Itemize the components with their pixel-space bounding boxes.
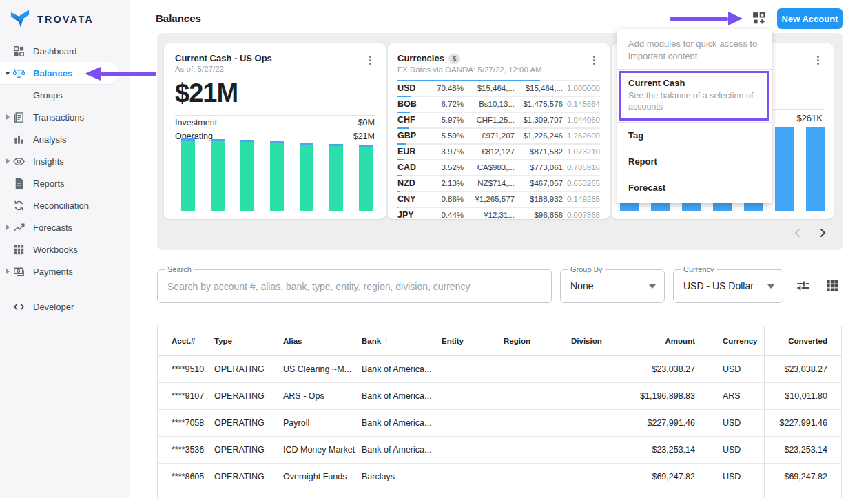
cell-converted: $10,011.80 [764, 383, 841, 409]
cell-entity [442, 490, 504, 498]
table-body: ****9510OPERATINGUS Clearing ~M...Bank o… [158, 356, 841, 498]
dashboard-customize-icon [751, 18, 767, 28]
column-label: Converted [788, 337, 827, 345]
carousel-next-button[interactable] [816, 227, 829, 240]
currency-share-fill [397, 127, 409, 129]
cell-alias [283, 490, 362, 498]
currency-code: BOB [397, 99, 425, 109]
sidebar-item-analysis[interactable]: Analysis [0, 128, 130, 150]
chart-bar [806, 127, 825, 211]
card-menu-kebab-icon[interactable] [365, 54, 375, 67]
table-row[interactable]: ****7058OPERATINGPayrollBank of America.… [158, 410, 841, 437]
cell-alias: US Clearing ~M... [283, 356, 362, 382]
column-header-entity[interactable]: Entity [442, 326, 504, 355]
add-modules-button[interactable] [750, 10, 767, 28]
cell-entity [442, 464, 504, 490]
module-item-report[interactable]: Report [617, 149, 772, 175]
table-row[interactable]: ****9107OPERATINGARS - OpsBank of Americ… [158, 383, 841, 410]
sidebar-item-reports[interactable]: Reports [0, 172, 130, 194]
sidebar-item-developer[interactable]: Developer [0, 295, 130, 318]
currency-share-track [397, 80, 600, 81]
card-title: Current Cash - US Ops [175, 53, 375, 63]
currency-percent: 3.52% [425, 163, 464, 172]
currency-share-track [397, 175, 600, 176]
table-row[interactable]: ****3536OPERATINGICD Money MarketBank of… [158, 437, 841, 464]
page-title: Balances [156, 12, 201, 24]
column-header-converted[interactable]: Converted [764, 326, 841, 355]
column-header-amount[interactable]: Amount [619, 326, 695, 355]
module-item-tag[interactable]: Tag [617, 123, 772, 149]
developer-icon [12, 300, 25, 313]
breakdown-label: Investment [175, 118, 217, 127]
sidebar-item-label: Reports [33, 178, 65, 189]
column-header-division[interactable]: Division [571, 326, 619, 355]
sidebar-item-payments[interactable]: Payments [0, 260, 130, 282]
currency-percent: 70.48% [425, 84, 464, 92]
cell-division [571, 383, 619, 409]
chart-bar [300, 143, 313, 211]
table-row[interactable]: ****9510OPERATINGUS Clearing ~M...Bank o… [158, 356, 841, 383]
workbooks-icon [12, 242, 25, 256]
filter-settings-button[interactable] [795, 278, 812, 294]
cell-type: OPERATING [214, 437, 283, 463]
currency-code: GBP [397, 131, 425, 141]
sidebar-item-groups[interactable]: Groups [0, 84, 130, 106]
module-item-forecast[interactable]: Forecast [617, 175, 772, 201]
column-header-type[interactable]: Type [214, 326, 283, 355]
trovata-logo-icon [10, 8, 30, 31]
column-header-bank[interactable]: Bank↑ [362, 326, 442, 355]
currency-native-amount: CHF1,25... [464, 116, 515, 124]
cell-division [571, 356, 619, 382]
balances-icon [12, 66, 25, 80]
currency-fx-rate: 1.044060 [563, 116, 600, 124]
cell-currency: USD [695, 356, 764, 382]
column-header-alias[interactable]: Alias [283, 326, 362, 355]
group-by-select[interactable]: Group By None [560, 269, 665, 303]
chevron-left-icon [792, 231, 804, 241]
currency-usd-amount: $96,856 [515, 211, 563, 219]
card-menu-kebab-icon[interactable] [813, 54, 823, 67]
sidebar-item-forecasts[interactable]: Forecasts [0, 216, 130, 238]
grid-view-button[interactable] [824, 278, 840, 294]
column-header-acct-[interactable]: Acct.# [172, 326, 214, 355]
arrow-head [85, 67, 101, 81]
cell-division [571, 437, 619, 463]
sidebar-item-dashboard[interactable]: Dashboard [0, 40, 130, 62]
new-account-button[interactable]: New Account [777, 8, 843, 29]
currency-percent: 2.13% [425, 179, 464, 187]
arrow-head [728, 12, 743, 25]
arrow-shaft [101, 72, 156, 76]
arrow-shaft [670, 17, 728, 21]
currency-usd-amount: $467,057 [515, 179, 563, 187]
column-label: Type [214, 337, 232, 345]
module-item-current-cash-highlighted[interactable]: Current CashSee the balance of a selecti… [619, 71, 769, 121]
column-header-currency[interactable]: Currency [695, 326, 764, 355]
sidebar-item-workbooks[interactable]: Workbooks [0, 238, 130, 260]
cash-bar-chart [181, 138, 373, 211]
brand-logo[interactable]: TROVATA [0, 0, 130, 30]
cell-acct [172, 490, 214, 498]
currency-usd-amount: $1,309,707 [515, 116, 563, 124]
currency-fx-rate: 1.073210 [563, 147, 600, 156]
sidebar-item-insights[interactable]: Insights [0, 150, 130, 172]
carousel-prev-button[interactable] [791, 227, 805, 240]
app-root: TROVATA DashboardBalancesGroupsTransacti… [0, 0, 868, 498]
column-header-region[interactable]: Region [504, 326, 571, 355]
group-by-value: None [570, 280, 593, 291]
cell-region [504, 490, 571, 498]
currency-row-nzd: NZD2.13%NZ$714,...$467,0570.653265 [397, 175, 600, 191]
sidebar-item-transactions[interactable]: Transactions [0, 106, 130, 128]
sidebar-item-reconciliation[interactable]: Reconciliation [0, 194, 130, 216]
currency-native-amount: $15,464,... [464, 84, 515, 92]
search-input[interactable] [158, 270, 551, 302]
brand-name: TROVATA [37, 14, 94, 25]
table-row[interactable]: ****8605OPERATINGOvernight FundsBarclays… [158, 464, 841, 490]
currency-select[interactable]: Currency USD - US Dollar [673, 269, 783, 303]
card-menu-kebab-icon[interactable] [589, 54, 599, 67]
currency-fx-rate: 0.149285 [563, 195, 600, 203]
cell-amount [619, 490, 695, 498]
cell-currency: USD [695, 464, 764, 490]
cell-entity [442, 383, 504, 409]
cell-acct: ****8605 [172, 464, 214, 490]
column-label: Bank [362, 337, 381, 345]
